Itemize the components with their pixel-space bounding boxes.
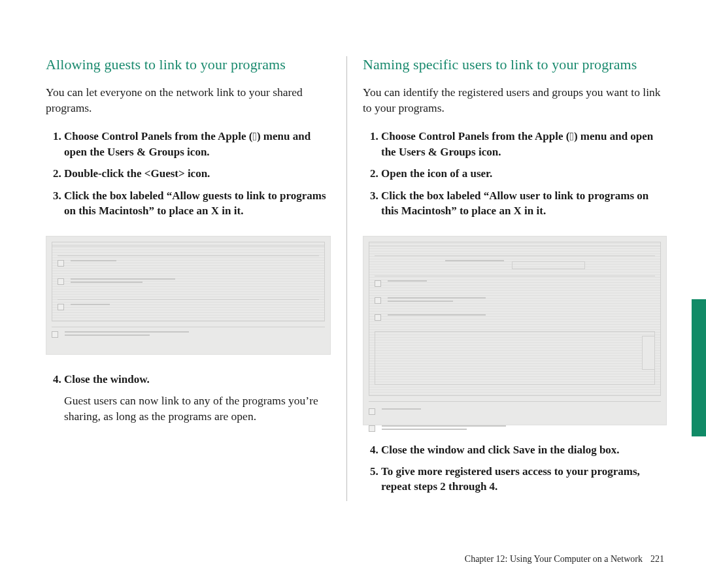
two-column-layout: Allowing guests to link to your programs… [46,56,680,501]
left-section-heading: Allowing guests to link to your programs [46,56,331,73]
manual-page: Allowing guests to link to your programs… [0,0,706,588]
right-step-3: Click the box labeled “Allow user to lin… [381,188,667,219]
right-step-5: To give more registered users access to … [381,464,667,495]
right-step-4-text: Close the window and click Save in the d… [381,444,620,456]
groups-list-box [375,331,655,385]
right-step-2: Open the icon of a user. [381,166,667,181]
right-steps-list-cont: Close the window and click Save in the d… [363,442,667,495]
left-step-4-text: Close the window. [64,373,150,385]
page-footer: Chapter 12: Using Your Computer on a Net… [465,554,664,564]
right-column: Naming specific users to link to your pr… [346,56,667,501]
right-step-1-text-a: Choose Control Panels from the Apple ( [381,130,569,142]
user-dialog-screenshot [363,236,667,425]
right-step-1: Choose Control Panels from the Apple ()… [381,129,667,159]
chapter-label: Chapter 12: Using Your Computer on a Net… [465,554,643,564]
left-step-3: Click the box labeled “Allow guests to l… [64,188,331,219]
right-step-5-text: To give more registered users access to … [381,465,640,493]
dialog-panel-top [369,242,661,396]
right-section-heading: Naming specific users to link to your pr… [363,56,667,73]
left-step-3-text: Click the box labeled “Allow guests to l… [64,189,326,217]
section-edge-tab [692,299,706,436]
right-step-3-text: Click the box labeled “Allow user to lin… [381,189,648,217]
left-intro-paragraph: You can let everyone on the network link… [46,85,331,116]
page-number: 221 [650,554,664,564]
left-step-1: Choose Control Panels from the Apple ()… [64,129,331,159]
left-steps-list-cont: Close the window. [46,372,331,387]
left-step-4: Close the window. [64,372,331,387]
right-intro-paragraph: You can identify the registered users an… [363,85,667,116]
left-steps-list: Choose Control Panels from the Apple ()… [46,129,331,218]
right-steps-list: Choose Control Panels from the Apple ()… [363,129,667,218]
right-step-2-text: Open the icon of a user. [381,167,492,180]
left-after-step4-paragraph: Guest users can now link to any of the p… [64,393,331,424]
left-step-2: Double-click the <Guest> icon. [64,166,331,181]
left-step-2-text: Double-click the <Guest> icon. [64,167,210,180]
guest-dialog-screenshot [46,236,331,355]
left-column: Allowing guests to link to your programs… [46,56,346,501]
left-step-1-text-a: Choose Control Panels from the Apple ( [64,130,252,142]
dialog-panel [52,242,325,321]
right-step-4: Close the window and click Save in the d… [381,442,667,457]
